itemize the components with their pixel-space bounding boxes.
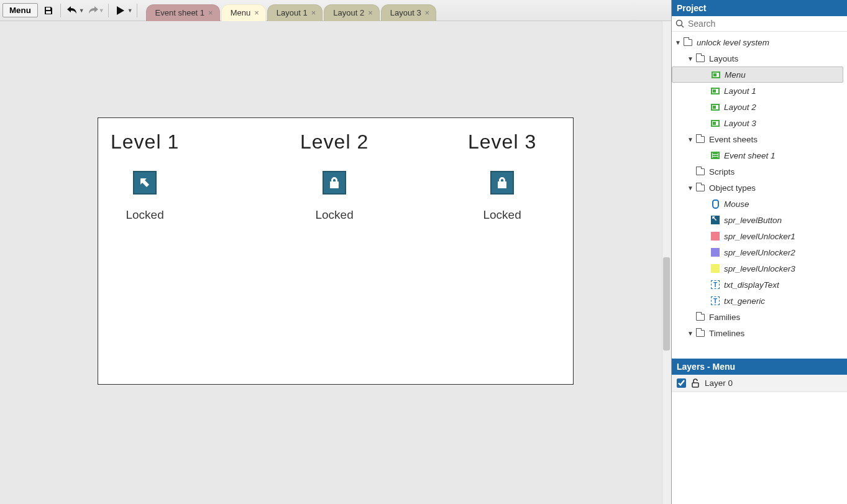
tab-label: Event sheet 1: [155, 8, 205, 17]
eventsheet-icon: [710, 150, 720, 160]
tree-object-unlocker1[interactable]: spr_levelUnlocker1: [672, 228, 847, 244]
arrow-icon: [133, 171, 157, 195]
separator: [137, 4, 137, 17]
close-icon[interactable]: ×: [208, 8, 213, 17]
separator: [108, 4, 109, 17]
level-status: Locked: [111, 208, 179, 222]
project-panel-header: Project: [672, 0, 847, 16]
level-title: Level 1: [111, 131, 179, 153]
level-1-block: Level 1 Locked: [111, 131, 179, 222]
layout-icon: [710, 118, 720, 128]
swatch-icon: [710, 247, 720, 257]
tree-object-unlocker2[interactable]: spr_levelUnlocker2: [672, 244, 847, 260]
tree-layout-3[interactable]: Layout 3: [672, 115, 847, 131]
folder-icon: [695, 53, 705, 63]
layout-frame: Level 1 Locked Level 2 Locked Level 3 Lo…: [98, 117, 574, 385]
folder-icon: [683, 37, 693, 47]
layer-row[interactable]: Layer 0: [672, 375, 847, 392]
tree-object-mouse[interactable]: Mouse: [672, 196, 847, 212]
layers-panel: Layers - Menu Layer 0: [672, 359, 847, 504]
tab-layout-3[interactable]: Layout 3 ×: [381, 4, 436, 21]
tree-layout-1[interactable]: Layout 1: [672, 83, 847, 99]
save-button[interactable]: [40, 2, 57, 19]
tab-menu[interactable]: Menu ×: [221, 4, 266, 21]
close-icon[interactable]: ×: [254, 8, 259, 17]
lock-icon: [323, 171, 346, 195]
close-icon[interactable]: ×: [368, 8, 373, 17]
project-search[interactable]: [672, 16, 847, 32]
chevron-down-icon[interactable]: ▼: [674, 39, 682, 46]
lock-icon: [490, 171, 514, 195]
close-icon[interactable]: ×: [311, 8, 316, 17]
vertical-scrollbar[interactable]: [662, 21, 671, 504]
level-status: Locked: [300, 208, 369, 222]
search-icon: [675, 19, 684, 28]
tree-layout-menu[interactable]: Menu: [672, 66, 843, 83]
tab-event-sheet-1[interactable]: Event sheet 1 ×: [146, 4, 220, 21]
layout-icon: [710, 86, 720, 96]
folder-icon: [695, 167, 705, 176]
tree-object-levelbutton[interactable]: spr_levelButton: [672, 212, 847, 228]
tree-folder-objecttypes[interactable]: ▼ Object types: [672, 180, 847, 196]
tab-label: Menu: [231, 8, 251, 17]
layout-icon: [710, 102, 720, 112]
tab-layout-1[interactable]: Layout 1 ×: [267, 4, 323, 21]
unlock-icon[interactable]: [691, 378, 700, 388]
tab-label: Layout 1: [277, 8, 308, 17]
layer-visibility-checkbox[interactable]: [677, 378, 686, 388]
side-panel: Project ▼ unlock level system ▼ Layouts …: [671, 0, 847, 504]
layout-icon: [711, 70, 721, 80]
layout-canvas[interactable]: Level 1 Locked Level 2 Locked Level 3 Lo…: [0, 21, 671, 504]
tabs-strip: Event sheet 1 × Menu × Layout 1 × Layout…: [146, 0, 438, 21]
svg-point-0: [677, 21, 682, 26]
swatch-icon: [710, 263, 720, 273]
layer-name: Layer 0: [705, 378, 733, 388]
search-input[interactable]: [688, 19, 843, 29]
tab-layout-2[interactable]: Layout 2 ×: [324, 4, 379, 21]
tree-layout-2[interactable]: Layout 2: [672, 99, 847, 115]
layers-panel-header: Layers - Menu: [672, 359, 847, 375]
chevron-down-icon[interactable]: ▼: [687, 55, 694, 62]
level-status: Locked: [468, 208, 536, 222]
separator: [60, 4, 61, 17]
tree-project-root[interactable]: ▼ unlock level system: [672, 34, 847, 50]
folder-icon: [695, 328, 705, 338]
folder-icon: [695, 183, 705, 193]
chevron-down-icon[interactable]: ▼: [687, 185, 694, 191]
tree-folder-families[interactable]: ▼ Families: [672, 309, 847, 325]
play-dropdown-icon[interactable]: ▼: [127, 7, 133, 14]
redo-button[interactable]: [85, 2, 101, 19]
undo-dropdown-icon[interactable]: ▼: [79, 7, 85, 14]
swatch-icon: [710, 231, 720, 241]
tree-folder-timelines[interactable]: ▼ Timelines: [672, 325, 847, 340]
text-icon: T: [710, 280, 720, 290]
svg-line-1: [682, 25, 684, 28]
folder-icon: [695, 134, 705, 144]
project-tree: ▼ unlock level system ▼ Layouts Menu Lay…: [672, 32, 847, 340]
tree-object-generic[interactable]: T txt_generic: [672, 293, 847, 309]
folder-icon: [695, 312, 705, 322]
tree-eventsheet-1[interactable]: Event sheet 1: [672, 147, 847, 163]
tab-label: Layout 2: [333, 8, 364, 17]
close-icon[interactable]: ×: [425, 8, 430, 17]
text-icon: T: [710, 296, 720, 306]
chevron-down-icon[interactable]: ▼: [687, 136, 694, 143]
tree-folder-eventsheets[interactable]: ▼ Event sheets: [672, 131, 847, 147]
arrow-icon: [710, 215, 720, 225]
level-title: Level 3: [468, 131, 536, 153]
chevron-down-icon[interactable]: ▼: [687, 330, 694, 337]
mouse-icon: [710, 199, 720, 209]
tab-label: Layout 3: [390, 8, 421, 17]
menu-button[interactable]: Menu: [2, 3, 38, 17]
tree-folder-scripts[interactable]: ▼ Scripts: [672, 163, 847, 180]
tree-folder-layouts[interactable]: ▼ Layouts: [672, 50, 847, 66]
level-2-block: Level 2 Locked: [300, 131, 369, 222]
level-title: Level 2: [300, 131, 369, 153]
tree-object-displaytext[interactable]: T txt_displayText: [672, 277, 847, 293]
svg-rect-2: [692, 383, 698, 387]
tree-object-unlocker3[interactable]: spr_levelUnlocker3: [672, 260, 847, 277]
play-button[interactable]: [112, 2, 129, 19]
scrollbar-thumb[interactable]: [663, 257, 670, 351]
level-3-block: Level 3 Locked: [468, 131, 536, 222]
